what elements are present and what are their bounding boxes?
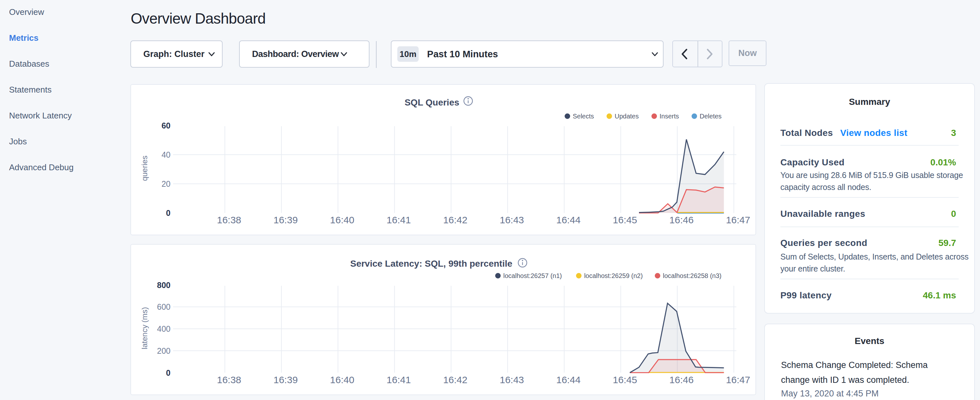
svg-text:16:38: 16:38 [217, 375, 241, 385]
svg-text:0: 0 [166, 209, 170, 217]
svg-text:16:38: 16:38 [217, 215, 241, 225]
svg-text:Updates: Updates [615, 113, 639, 120]
svg-text:16:42: 16:42 [443, 215, 468, 225]
svg-text:600: 600 [157, 302, 170, 311]
svg-text:16:41: 16:41 [387, 215, 411, 225]
svg-text:16:39: 16:39 [274, 215, 298, 225]
svg-text:16:47: 16:47 [726, 375, 750, 385]
svg-text:Selects: Selects [573, 113, 594, 120]
svg-text:16:39: 16:39 [274, 375, 298, 385]
svg-text:16:45: 16:45 [613, 375, 637, 385]
svg-text:40: 40 [161, 150, 170, 159]
svg-text:localhost:26257 (n1): localhost:26257 (n1) [503, 272, 562, 279]
svg-text:queries: queries [140, 156, 149, 181]
svg-text:16:42: 16:42 [443, 375, 468, 385]
svg-text:16:45: 16:45 [613, 215, 637, 225]
svg-text:16:43: 16:43 [500, 215, 524, 225]
svg-text:localhost:26259 (n2): localhost:26259 (n2) [584, 272, 643, 279]
svg-text:16:43: 16:43 [500, 375, 524, 385]
svg-text:16:46: 16:46 [670, 375, 694, 385]
svg-text:400: 400 [157, 324, 170, 333]
svg-text:latency (ms): latency (ms) [140, 307, 149, 349]
svg-text:16:44: 16:44 [556, 215, 581, 225]
svg-text:Service Latency: SQL, 99th per: Service Latency: SQL, 99th percentile [350, 258, 512, 269]
svg-text:16:44: 16:44 [556, 375, 581, 385]
svg-text:16:46: 16:46 [670, 215, 694, 225]
svg-text:800: 800 [157, 280, 170, 290]
svg-text:0: 0 [166, 368, 170, 377]
svg-text:20: 20 [161, 179, 170, 188]
svg-text:16:40: 16:40 [330, 215, 354, 225]
svg-text:Deletes: Deletes [700, 113, 722, 120]
svg-text:16:41: 16:41 [387, 375, 411, 385]
svg-text:16:40: 16:40 [330, 375, 354, 385]
svg-text:16:47: 16:47 [726, 215, 750, 225]
svg-text:localhost:26258 (n3): localhost:26258 (n3) [663, 272, 721, 279]
svg-text:200: 200 [157, 346, 170, 355]
svg-text:60: 60 [161, 121, 170, 130]
svg-text:Inserts: Inserts [660, 113, 679, 120]
svg-text:SQL Queries: SQL Queries [404, 97, 459, 107]
